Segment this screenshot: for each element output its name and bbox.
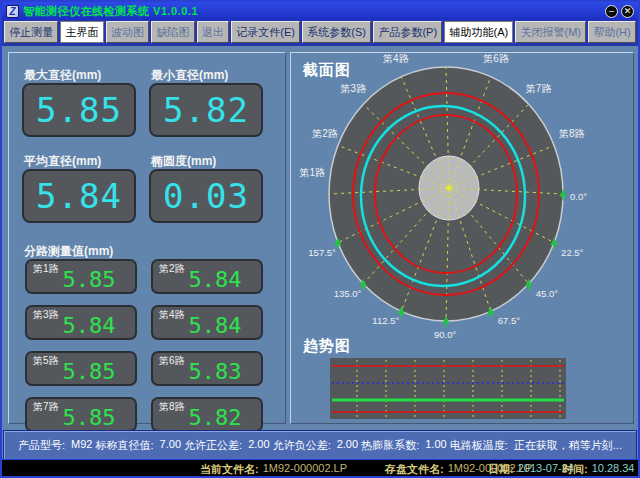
param-plus-tolerance: 允许正公差:2.00 bbox=[184, 438, 269, 453]
angle-label: 67.5° bbox=[498, 315, 520, 326]
menu-system-params[interactable]: 系统参数(S) bbox=[302, 21, 371, 43]
menu-close-alarm[interactable]: 关闭报警(M) bbox=[515, 21, 586, 43]
angle-label: 22.5° bbox=[561, 247, 583, 258]
channel-4-readout: 第4路 5.84 bbox=[151, 305, 263, 340]
param-minus-tolerance: 允许负公差:2.00 bbox=[273, 438, 358, 453]
ovality-label: 椭圆度(mm) bbox=[151, 153, 263, 167]
beam-label: 第8路 bbox=[559, 128, 585, 139]
menu-aux-functions[interactable]: 辅助功能(A) bbox=[444, 21, 513, 43]
avg-diameter-value: 5.84 bbox=[36, 171, 122, 221]
min-diameter-readout: 最小直径(mm) 5.82 bbox=[149, 67, 263, 137]
angle-label: 45.0° bbox=[536, 288, 558, 299]
max-diameter-value: 5.85 bbox=[36, 85, 122, 135]
status-current-file: 当前文件名:1M92-000002.LP bbox=[200, 462, 347, 477]
max-diameter-label: 最大直径(mm) bbox=[24, 67, 136, 81]
menu-record-file[interactable]: 记录文件(E) bbox=[231, 21, 300, 43]
status-time: 时间:10.28.34 bbox=[562, 462, 635, 477]
beam-label: 第1路 bbox=[299, 167, 325, 178]
angle-label: 157.5° bbox=[308, 247, 336, 258]
section-view-title: 截面图 bbox=[303, 61, 351, 80]
avg-diameter-label: 平均直径(mm) bbox=[24, 153, 136, 167]
menu-main-screen[interactable]: 主界面 bbox=[60, 21, 103, 43]
min-diameter-label: 最小直径(mm) bbox=[151, 67, 263, 81]
channel-6-readout: 第6路 5.83 bbox=[151, 351, 263, 386]
beam-label: 第7路 bbox=[526, 83, 552, 94]
channel-2-readout: 第2路 5.84 bbox=[151, 259, 263, 294]
menu-defect-chart[interactable]: 缺陷图 bbox=[151, 21, 194, 43]
title-bar: Z 智能测径仪在线检测系统 V1.0.0.1 – ✕ bbox=[2, 2, 638, 20]
angle-label: 0.0° bbox=[570, 191, 587, 202]
menu-fluctuation[interactable]: 波动图 bbox=[106, 21, 149, 43]
channel-8-value: 5.82 bbox=[153, 405, 261, 430]
beam-label: 第6路 bbox=[483, 53, 509, 64]
channel-section-label: 分路测量值(mm) bbox=[24, 243, 113, 260]
menu-exit[interactable]: 退出 bbox=[197, 21, 229, 43]
angle-label: 90.0° bbox=[434, 329, 456, 340]
menu-bar: 停止测量 主界面 波动图 缺陷图 退出 记录文件(E) 系统参数(S) 产品参数… bbox=[2, 20, 638, 46]
app-window: Z 智能测径仪在线检测系统 V1.0.0.1 – ✕ 停止测量 主界面 波动图 … bbox=[0, 0, 640, 478]
ovality-value: 0.03 bbox=[163, 171, 249, 221]
channel-2-value: 5.84 bbox=[153, 267, 261, 292]
app-logo-icon: Z bbox=[6, 5, 19, 18]
section-and-trend-canvas: 第1路第2路第3路第4路第5路第6路第7路第8路0.0°22.5°45.0°67… bbox=[291, 53, 633, 423]
channel-grid: 第1路 5.85 第2路 5.84 第3路 5.84 第4路 5.84 第5路 bbox=[25, 259, 263, 432]
measurement-panel: 最大直径(mm) 5.85 最小直径(mm) 5.82 平均直径(mm) 5.8… bbox=[8, 52, 286, 424]
menu-help[interactable]: 帮助(H) bbox=[588, 21, 636, 43]
channel-7-value: 5.85 bbox=[27, 405, 135, 430]
minimize-button[interactable]: – bbox=[605, 5, 618, 18]
diagram-panel: 第1路第2路第3路第4路第5路第6路第7路第8路0.0°22.5°45.0°67… bbox=[290, 52, 634, 424]
status-bar: 当前文件名:1M92-000002.LP 存盘文件名:1M92-000002.L… bbox=[2, 459, 638, 476]
angle-label: 112.5° bbox=[372, 315, 399, 326]
avg-diameter-readout: 平均直径(mm) 5.84 bbox=[22, 153, 136, 223]
channel-7-readout: 第7路 5.85 bbox=[25, 397, 137, 432]
param-board-temperature: 电路板温度:正在获取，稍等片刻... bbox=[450, 438, 622, 453]
menu-stop-measure[interactable]: 停止测量 bbox=[4, 21, 58, 43]
trend-chart-title: 趋势图 bbox=[303, 337, 351, 356]
param-nominal-diameter: 标称直径值:7.00 bbox=[96, 438, 181, 453]
beam-label: 第4路 bbox=[383, 53, 409, 64]
max-diameter-readout: 最大直径(mm) 5.85 bbox=[22, 67, 136, 137]
channel-6-value: 5.83 bbox=[153, 359, 261, 384]
parameter-bar: 产品型号:M92 标称直径值:7.00 允许正公差:2.00 允许负公差:2.0… bbox=[3, 430, 637, 460]
channel-3-value: 5.84 bbox=[27, 313, 135, 338]
menu-product-params[interactable]: 产品参数(P) bbox=[373, 21, 442, 43]
channel-4-value: 5.84 bbox=[153, 313, 261, 338]
min-diameter-value: 5.82 bbox=[163, 85, 249, 135]
channel-5-readout: 第5路 5.85 bbox=[25, 351, 137, 386]
close-button[interactable]: ✕ bbox=[621, 5, 634, 18]
client-area: 最大直径(mm) 5.85 最小直径(mm) 5.82 平均直径(mm) 5.8… bbox=[2, 46, 638, 430]
channel-5-value: 5.85 bbox=[27, 359, 135, 384]
param-expansion-coefficient: 热膨胀系数:1.00 bbox=[361, 438, 446, 453]
channel-1-readout: 第1路 5.85 bbox=[25, 259, 137, 294]
channel-1-value: 5.85 bbox=[27, 267, 135, 292]
beam-label: 第3路 bbox=[341, 83, 367, 94]
param-product-model: 产品型号:M92 bbox=[18, 438, 92, 453]
channel-3-readout: 第3路 5.84 bbox=[25, 305, 137, 340]
ovality-readout: 椭圆度(mm) 0.03 bbox=[149, 153, 263, 223]
angle-label: 135.0° bbox=[334, 288, 362, 299]
trend-chart bbox=[330, 358, 566, 419]
section-view-diagram: 第1路第2路第3路第4路第5路第6路第7路第8路0.0°22.5°45.0°67… bbox=[299, 53, 587, 340]
window-title: 智能测径仪在线检测系统 V1.0.0.1 bbox=[23, 4, 198, 19]
channel-8-readout: 第8路 5.82 bbox=[151, 397, 263, 432]
beam-label: 第2路 bbox=[312, 128, 338, 139]
